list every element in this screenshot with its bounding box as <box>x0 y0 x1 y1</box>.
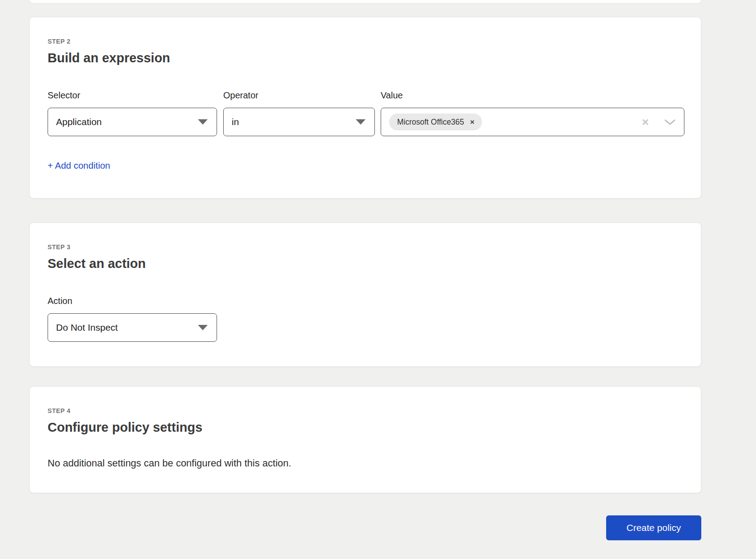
value-tag-text: Microsoft Office365 <box>397 117 464 127</box>
caret-down-icon <box>198 325 208 330</box>
action-row: Action Do Not Inspect <box>48 296 684 342</box>
step3-card: STEP 3 Select an action Action Do Not In… <box>29 223 701 367</box>
operator-field-label: Operator <box>223 90 375 101</box>
add-condition-link[interactable]: + Add condition <box>48 160 110 171</box>
step3-title: Select an action <box>48 256 684 271</box>
step4-note: No additional settings can be configured… <box>48 457 684 470</box>
value-column: Value Microsoft Office365 ✕ ✕ <box>381 90 684 136</box>
operator-column: Operator in <box>223 90 375 136</box>
step4-title: Configure policy settings <box>48 420 684 435</box>
step4-card: STEP 4 Configure policy settings No addi… <box>29 386 701 493</box>
step2-label: STEP 2 <box>48 38 684 45</box>
selector-dropdown[interactable]: Application <box>48 108 217 136</box>
step4-label: STEP 4 <box>48 407 684 414</box>
action-dropdown[interactable]: Do Not Inspect <box>48 313 217 342</box>
action-dropdown-value: Do Not Inspect <box>56 322 118 333</box>
value-tag: Microsoft Office365 ✕ <box>389 113 482 130</box>
tag-remove-x-icon[interactable]: ✕ <box>470 119 475 125</box>
previous-card-bottom-edge <box>29 0 701 4</box>
caret-down-icon <box>198 119 208 125</box>
operator-dropdown-value: in <box>232 117 239 127</box>
step3-label: STEP 3 <box>48 243 684 251</box>
action-column: Action Do Not Inspect <box>48 296 217 342</box>
caret-down-icon <box>356 119 366 125</box>
action-field-label: Action <box>48 296 217 306</box>
expression-row: Selector Application Operator in Value M… <box>48 90 684 136</box>
chevron-down-icon[interactable] <box>664 118 676 126</box>
selector-column: Selector Application <box>48 90 217 136</box>
create-policy-button[interactable]: Create policy <box>606 515 701 540</box>
clear-x-icon[interactable]: ✕ <box>641 117 649 127</box>
value-multiselect-input[interactable]: Microsoft Office365 ✕ ✕ <box>381 108 684 136</box>
selector-dropdown-value: Application <box>56 117 102 127</box>
step2-card: STEP 2 Build an expression Selector Appl… <box>29 17 701 198</box>
selector-field-label: Selector <box>48 90 217 101</box>
value-field-controls: ✕ <box>641 117 676 127</box>
operator-dropdown[interactable]: in <box>223 108 375 136</box>
step2-title: Build an expression <box>48 51 684 65</box>
value-field-label: Value <box>381 90 684 101</box>
